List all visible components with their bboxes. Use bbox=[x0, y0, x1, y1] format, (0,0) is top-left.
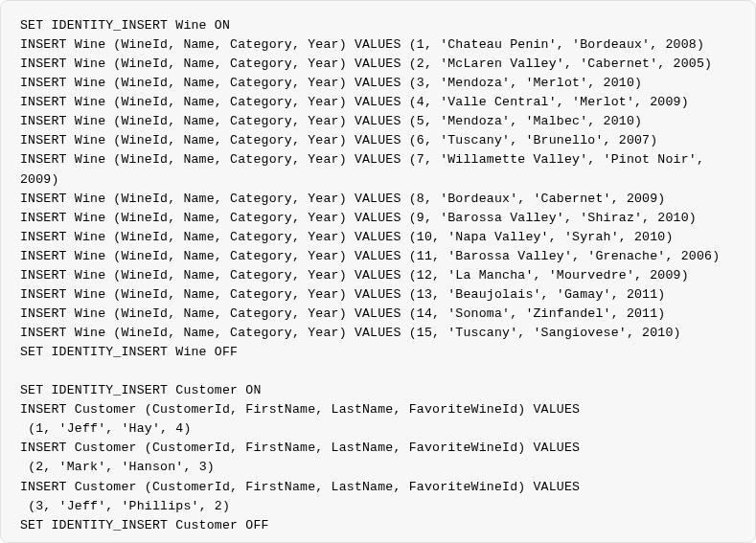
sql-code-block: SET IDENTITY_INSERT Wine ON INSERT Wine … bbox=[0, 0, 756, 543]
